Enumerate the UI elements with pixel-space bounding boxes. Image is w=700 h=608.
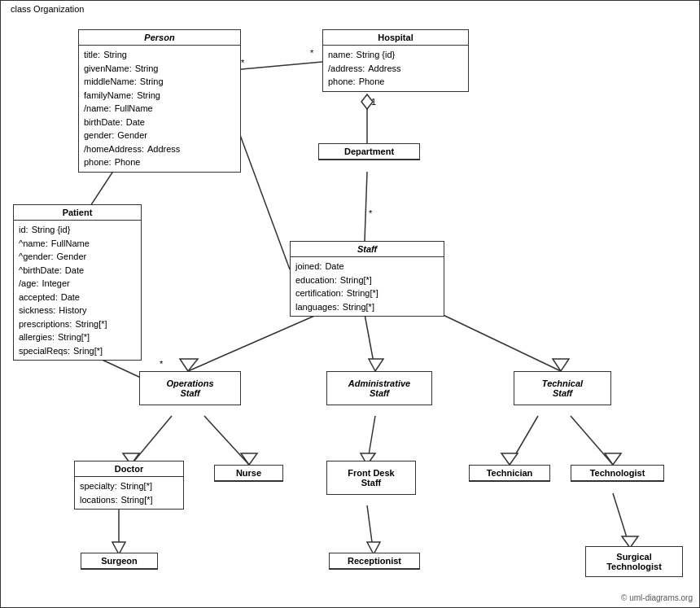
svg-line-28 — [613, 493, 630, 548]
technician-title: Technician — [470, 466, 549, 481]
svg-line-18 — [367, 416, 375, 465]
svg-marker-23 — [605, 453, 621, 465]
surgeon-title: Surgeon — [81, 553, 157, 569]
svg-line-8 — [188, 314, 318, 371]
hospital-attrs: name:String {id} /address:Address phone:… — [323, 46, 468, 91]
surgical-technologist-class: SurgicalTechnologist — [585, 546, 683, 577]
svg-marker-9 — [180, 359, 198, 371]
doctor-title: Doctor — [75, 461, 183, 477]
svg-text:1: 1 — [371, 97, 376, 107]
doctor-class: Doctor specialty:String[*] locations:Str… — [74, 461, 184, 510]
patient-class: Patient id:String {id} ^name:FullName ^g… — [13, 204, 142, 361]
staff-title: Staff — [291, 242, 444, 257]
svg-line-10 — [365, 314, 375, 371]
diagram-container: class Organization — [0, 0, 700, 608]
administrative-staff-title: AdministrativeStaff — [327, 372, 431, 405]
department-class: Department — [318, 143, 420, 160]
person-title: Person — [79, 30, 240, 46]
svg-text:*: * — [160, 359, 164, 369]
patient-attrs: id:String {id} ^name:FullName ^gender:Ge… — [14, 221, 141, 360]
technical-staff-class: TechnicalStaff — [514, 371, 611, 405]
svg-line-0 — [233, 62, 322, 70]
technologist-title: Technologist — [571, 466, 663, 481]
staff-attrs: joined:Date education:String[*] certific… — [291, 257, 444, 316]
nurse-class: Nurse — [214, 465, 283, 482]
administrative-staff-class: AdministrativeStaff — [326, 371, 432, 405]
svg-text:*: * — [369, 208, 373, 218]
svg-line-26 — [367, 505, 374, 554]
surgical-technologist-title: SurgicalTechnologist — [586, 547, 682, 576]
nurse-title: Nurse — [215, 466, 282, 481]
diagram-title: class Organization — [7, 4, 88, 14]
technologist-class: Technologist — [571, 465, 664, 482]
operations-staff-class: OperationsStaff — [139, 371, 241, 405]
person-attrs: title:String givenName:String middleName… — [79, 46, 240, 172]
operations-staff-title: OperationsStaff — [140, 372, 240, 405]
hospital-class: Hospital name:String {id} /address:Addre… — [322, 29, 469, 92]
doctor-attrs: specialty:String[*] locations:String[*] — [75, 477, 183, 509]
svg-text:*: * — [310, 48, 314, 58]
technical-staff-title: TechnicalStaff — [514, 372, 610, 405]
front-desk-staff-class: Front DeskStaff — [326, 461, 416, 495]
svg-marker-21 — [501, 453, 518, 465]
front-desk-staff-title: Front DeskStaff — [327, 461, 415, 494]
svg-line-20 — [510, 416, 538, 465]
svg-line-14 — [131, 416, 172, 465]
person-class: Person title:String givenName:String mid… — [78, 29, 241, 173]
hospital-title: Hospital — [323, 30, 468, 46]
department-title: Department — [319, 144, 419, 160]
svg-marker-17 — [241, 453, 257, 465]
patient-title: Patient — [14, 205, 141, 221]
svg-marker-13 — [553, 359, 569, 371]
receptionist-title: Receptionist — [330, 553, 419, 569]
svg-line-16 — [204, 416, 249, 465]
surgeon-class: Surgeon — [81, 553, 158, 570]
svg-line-3 — [365, 172, 367, 241]
receptionist-class: Receptionist — [329, 553, 420, 570]
technician-class: Technician — [469, 465, 550, 482]
svg-marker-11 — [369, 359, 383, 371]
staff-class: Staff joined:Date education:String[*] ce… — [290, 241, 444, 317]
svg-text:*: * — [241, 58, 245, 68]
svg-line-22 — [571, 416, 613, 465]
svg-marker-2 — [361, 94, 373, 109]
copyright: © uml-diagrams.org — [621, 593, 693, 602]
